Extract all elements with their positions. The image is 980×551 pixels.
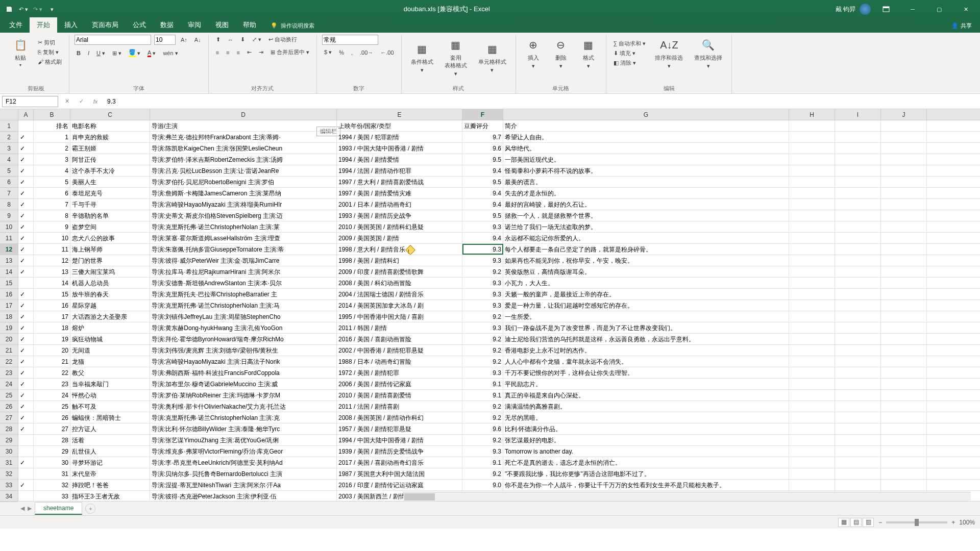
cell-styles-button[interactable]: ▦单元格样式▾ bbox=[474, 39, 510, 76]
row-headers[interactable]: 1234567891011121314151617181920212223242… bbox=[0, 120, 18, 501]
cell[interactable] bbox=[881, 132, 927, 142]
zoom-in-button[interactable]: + bbox=[951, 519, 955, 526]
cell[interactable]: 导演:奥利维·那卡什OlivierNakache/艾力克·托兰达 bbox=[150, 401, 337, 412]
underline-button[interactable]: U ▾ bbox=[94, 49, 107, 58]
cell[interactable] bbox=[835, 165, 881, 176]
cell[interactable]: ✓ bbox=[18, 390, 34, 400]
cell[interactable]: 2001 / 日本 / 剧情动画奇幻 bbox=[337, 199, 462, 210]
cell[interactable]: 9.6 bbox=[462, 423, 503, 434]
cell[interactable]: 9.3 bbox=[462, 221, 503, 232]
cell[interactable]: 失去的才是永恒的。 bbox=[503, 188, 789, 198]
row-header[interactable]: 16 bbox=[0, 289, 18, 300]
sheet-tab[interactable]: sheetname bbox=[35, 502, 82, 515]
cell[interactable]: 9.5 bbox=[462, 154, 503, 165]
cell[interactable] bbox=[835, 379, 881, 389]
font-color-button[interactable]: A ▾ bbox=[145, 48, 158, 58]
row-header[interactable]: 13 bbox=[0, 255, 18, 266]
cell[interactable] bbox=[789, 367, 835, 378]
select-all-corner[interactable] bbox=[0, 109, 18, 120]
cell[interactable] bbox=[789, 435, 835, 445]
cell[interactable]: 盗梦空间 bbox=[70, 221, 150, 232]
cell[interactable]: ✓ bbox=[18, 345, 34, 356]
cell[interactable]: 满满温情的高雅喜剧。 bbox=[503, 401, 789, 412]
cell[interactable]: 2009 / 美国英国 / 剧情 bbox=[337, 233, 462, 243]
phonetic-button[interactable]: wén ▾ bbox=[161, 49, 180, 58]
cell[interactable] bbox=[881, 311, 927, 322]
cell[interactable]: 导演:涅提·蒂瓦里NiteshTiwari 主演:阿米尔·汗Aa bbox=[150, 480, 337, 490]
cell[interactable] bbox=[881, 244, 927, 255]
zoom-out-button[interactable]: − bbox=[878, 519, 882, 526]
cell[interactable] bbox=[881, 480, 927, 490]
cell[interactable]: 乱世佳人 bbox=[70, 446, 150, 457]
sheet-nav-prev-icon[interactable]: ◀ bbox=[20, 505, 24, 512]
cell[interactable]: 2008 / 美国 / 科幻动画冒险 bbox=[337, 278, 462, 288]
row-header[interactable]: 8 bbox=[0, 199, 18, 210]
cell[interactable]: ✓ bbox=[18, 300, 34, 311]
cell[interactable]: 6 bbox=[34, 188, 70, 198]
cell[interactable]: 15 bbox=[34, 289, 70, 299]
cell[interactable]: 天籁一般的童声，是最接近上帝的存在。 bbox=[503, 289, 789, 299]
cell[interactable] bbox=[789, 356, 835, 367]
cell[interactable] bbox=[835, 412, 881, 423]
row-header[interactable]: 1 bbox=[0, 120, 18, 132]
cell[interactable]: ✓ bbox=[18, 188, 34, 198]
format-table-button[interactable]: ▦套用 表格格式▾ bbox=[440, 35, 471, 79]
cell[interactable] bbox=[835, 401, 881, 412]
cell[interactable]: 1994 / 美国 / 犯罪剧情 bbox=[337, 132, 462, 142]
fill-button[interactable]: ⬇填充 ▾ bbox=[611, 48, 648, 58]
cell[interactable]: ✓ bbox=[18, 199, 34, 210]
currency-icon[interactable]: $ ▾ bbox=[322, 48, 334, 57]
cell[interactable]: 张艺谋最好的电影。 bbox=[503, 435, 789, 445]
cell[interactable]: 电影名称 bbox=[70, 120, 150, 131]
cell[interactable]: 1972 / 美国 / 剧情犯罪 bbox=[337, 367, 462, 378]
cell[interactable] bbox=[789, 199, 835, 210]
orientation-icon[interactable]: ⤢ ▾ bbox=[250, 35, 263, 44]
cell[interactable] bbox=[789, 177, 835, 187]
cell[interactable]: ✓ bbox=[18, 289, 34, 299]
autosum-button[interactable]: ∑自动求和 ▾ bbox=[611, 39, 648, 48]
cell[interactable]: 9.0 bbox=[462, 480, 503, 490]
col-header-F[interactable]: F bbox=[462, 109, 503, 120]
cell[interactable]: 11 bbox=[34, 244, 70, 255]
cell[interactable]: 21 bbox=[34, 356, 70, 367]
wrap-text-button[interactable]: ↩ 自动换行 bbox=[266, 35, 299, 44]
cell[interactable]: 指环王3·王者无敌 bbox=[70, 491, 150, 501]
row-header[interactable]: 4 bbox=[0, 154, 18, 165]
cell[interactable] bbox=[789, 266, 835, 277]
cell[interactable] bbox=[881, 334, 927, 344]
cell[interactable]: ✓ bbox=[18, 457, 34, 468]
row-header[interactable]: 7 bbox=[0, 188, 18, 199]
cell[interactable] bbox=[835, 480, 881, 490]
cell[interactable]: 你不是在为你一个人战斗，你要让千千万万的女性看到女生并不是只能相夫教子。 bbox=[503, 480, 789, 490]
cell[interactable] bbox=[835, 210, 881, 221]
save-icon[interactable] bbox=[3, 3, 15, 15]
cell[interactable]: 9.1 bbox=[462, 457, 503, 468]
cell[interactable] bbox=[18, 446, 34, 457]
cell[interactable]: 1994 / 法国 / 剧情动作犯罪 bbox=[337, 165, 462, 176]
cell[interactable] bbox=[789, 165, 835, 176]
cell[interactable]: 导演:罗伯特·泽米吉斯RobertZemeckis 主演:汤姆 bbox=[150, 154, 337, 165]
cell[interactable]: 导演:朱塞佩·托纳多雷GiuseppeTornatore 主演:蒂 bbox=[150, 244, 337, 255]
cell[interactable]: ✓ bbox=[18, 412, 34, 423]
cell[interactable]: 无尽的黑暗。 bbox=[503, 412, 789, 423]
cell[interactable]: 导演:克里斯托弗·诺兰ChristopherNolan 主演:马 bbox=[150, 300, 337, 311]
col-header-B[interactable]: B bbox=[34, 109, 70, 120]
cell[interactable]: 2010 / 美国英国 / 剧情科幻悬疑 bbox=[337, 221, 462, 232]
undo-icon[interactable]: ↶ ▾ bbox=[17, 3, 30, 15]
font-name-combo[interactable] bbox=[75, 35, 151, 45]
cell[interactable]: 1998 / 意大利 / 剧情音乐 bbox=[337, 244, 462, 255]
cell[interactable]: 导演:加布里尔·穆奇诺GabrieleMuccino 主演:威 bbox=[150, 379, 337, 389]
cell[interactable] bbox=[881, 221, 927, 232]
cell[interactable]: 2009 / 印度 / 剧情喜剧爱情歌舞 bbox=[337, 266, 462, 277]
cell[interactable]: 31 bbox=[34, 468, 70, 479]
cell[interactable]: 楚门的世界 bbox=[70, 255, 150, 266]
insert-cells-button[interactable]: ⊕插入▾ bbox=[521, 35, 546, 71]
cell[interactable] bbox=[18, 435, 34, 445]
cell[interactable] bbox=[789, 401, 835, 412]
cell[interactable] bbox=[789, 322, 835, 333]
row-header[interactable]: 34 bbox=[0, 491, 18, 502]
cell[interactable]: 导演:彼得·威尔PeterWeir 主演:金·凯瑞JimCarre bbox=[150, 255, 337, 266]
cell[interactable]: 3 bbox=[34, 154, 70, 165]
row-header[interactable]: 31 bbox=[0, 457, 18, 468]
cell[interactable] bbox=[789, 221, 835, 232]
